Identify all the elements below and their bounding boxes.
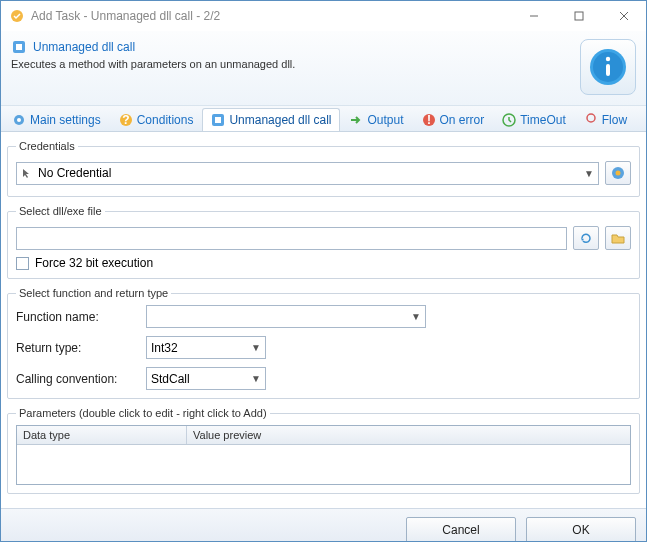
tab-label: TimeOut: [520, 113, 566, 127]
calling-conv-value: StdCall: [151, 372, 190, 386]
cancel-label: Cancel: [442, 523, 479, 537]
info-icon: [580, 39, 636, 95]
cursor-icon: [21, 167, 33, 179]
credentials-value: No Credential: [38, 166, 111, 180]
tab-unmanaged-dll-call[interactable]: Unmanaged dll call: [202, 108, 340, 131]
tab-label: Flow: [602, 113, 627, 127]
parameters-legend: Parameters (double click to edit - right…: [16, 407, 270, 419]
dll-file-group: Select dll/exe file Force 32 bit executi…: [7, 205, 640, 279]
checkbox-box: [16, 257, 29, 270]
tab-label: Main settings: [30, 113, 101, 127]
tab-label: On error: [440, 113, 485, 127]
gear-icon: [12, 113, 26, 127]
svg-rect-9: [606, 64, 610, 76]
ok-label: OK: [572, 523, 589, 537]
svg-point-12: [17, 118, 21, 122]
svg-rect-16: [215, 117, 221, 123]
credentials-select[interactable]: No Credential ▼: [16, 162, 599, 185]
svg-point-10: [606, 57, 610, 61]
page-title: Unmanaged dll call: [11, 39, 580, 55]
credentials-legend: Credentials: [16, 140, 78, 152]
minimize-button[interactable]: [511, 2, 556, 31]
dll-icon: [11, 39, 27, 55]
cancel-button[interactable]: Cancel: [406, 517, 516, 542]
col-data-type[interactable]: Data type: [17, 426, 187, 444]
tab-output[interactable]: Output: [340, 108, 412, 131]
svg-text:!: !: [427, 113, 431, 127]
tab-label: Output: [367, 113, 403, 127]
svg-text:?: ?: [122, 113, 129, 127]
function-group: Select function and return type Function…: [7, 287, 640, 399]
chevron-down-icon: ▼: [251, 373, 261, 384]
parameters-group: Parameters (double click to edit - right…: [7, 407, 640, 494]
calling-conv-label: Calling convention:: [16, 372, 146, 386]
manage-credentials-button[interactable]: [605, 161, 631, 185]
close-button[interactable]: [601, 2, 646, 31]
output-icon: [349, 113, 363, 127]
tab-strip: Main settings ? Conditions Unmanaged dll…: [1, 106, 646, 132]
force-32bit-label: Force 32 bit execution: [35, 256, 153, 270]
return-type-value: Int32: [151, 341, 178, 355]
title-bar: Add Task - Unmanaged dll call - 2/2: [1, 1, 646, 31]
app-icon: [9, 8, 25, 24]
flow-icon: [584, 113, 598, 127]
return-type-select[interactable]: Int32 ▼: [146, 336, 266, 359]
refresh-button[interactable]: [573, 226, 599, 250]
window-title: Add Task - Unmanaged dll call - 2/2: [31, 9, 511, 23]
svg-point-21: [616, 171, 621, 176]
dll-file-legend: Select dll/exe file: [16, 205, 105, 217]
calling-conv-select[interactable]: StdCall ▼: [146, 367, 266, 390]
ok-button[interactable]: OK: [526, 517, 636, 542]
tab-main-settings[interactable]: Main settings: [3, 108, 110, 131]
error-icon: !: [422, 113, 436, 127]
function-legend: Select function and return type: [16, 287, 171, 299]
tab-label: Conditions: [137, 113, 194, 127]
chevron-down-icon: ▼: [411, 311, 421, 322]
header-panel: Unmanaged dll call Executes a method wit…: [1, 31, 646, 106]
browse-button[interactable]: [605, 226, 631, 250]
dll-path-input[interactable]: [16, 227, 567, 250]
content-area: Credentials No Credential ▼ Select dll/e…: [1, 132, 646, 508]
question-icon: ?: [119, 113, 133, 127]
dll-icon: [211, 113, 225, 127]
parameters-table[interactable]: Data type Value preview: [16, 425, 631, 485]
page-description: Executes a method with parameters on an …: [11, 58, 580, 70]
tab-timeout[interactable]: TimeOut: [493, 108, 575, 131]
dialog-footer: Cancel OK: [1, 508, 646, 542]
return-type-label: Return type:: [16, 341, 146, 355]
chevron-down-icon: ▼: [584, 168, 594, 179]
tab-on-error[interactable]: ! On error: [413, 108, 494, 131]
svg-rect-2: [575, 12, 583, 20]
chevron-down-icon: ▼: [251, 342, 261, 353]
function-name-select[interactable]: ▼: [146, 305, 426, 328]
parameters-header: Data type Value preview: [17, 426, 630, 445]
clock-icon: [502, 113, 516, 127]
function-name-label: Function name:: [16, 310, 146, 324]
tab-label: Unmanaged dll call: [229, 113, 331, 127]
maximize-button[interactable]: [556, 2, 601, 31]
svg-rect-6: [16, 44, 22, 50]
tab-flow[interactable]: Flow: [575, 108, 636, 131]
force-32bit-checkbox[interactable]: Force 32 bit execution: [16, 256, 631, 270]
credentials-group: Credentials No Credential ▼: [7, 140, 640, 197]
col-value-preview[interactable]: Value preview: [187, 426, 630, 444]
page-title-text: Unmanaged dll call: [33, 40, 135, 54]
tab-conditions[interactable]: ? Conditions: [110, 108, 203, 131]
